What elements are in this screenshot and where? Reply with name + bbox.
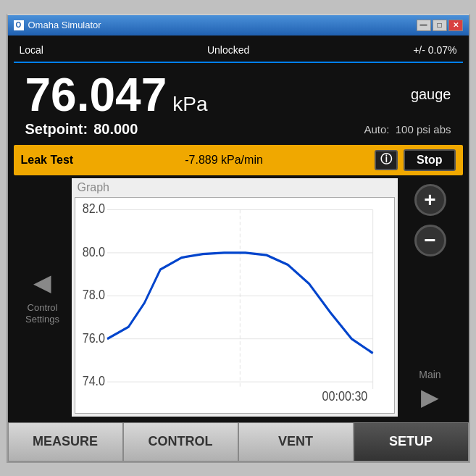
measure-button[interactable]: MEASURE bbox=[8, 422, 123, 462]
svg-text:82.0: 82.0 bbox=[82, 201, 104, 216]
maximize-button[interactable]: □ bbox=[433, 20, 447, 31]
pressure-value: 76.047 bbox=[25, 72, 167, 118]
auto-label: Auto: 100 psi abs bbox=[364, 123, 451, 135]
pressure-unit: kPa bbox=[172, 93, 207, 116]
right-nav-label: Main bbox=[419, 369, 440, 380]
close-button[interactable]: ✕ bbox=[448, 20, 463, 31]
graph-container: 82.0 80.0 78.0 76.0 74.0 00:00:30 bbox=[75, 197, 395, 414]
main-reading-row: 76.047 kPa gauge bbox=[14, 66, 463, 118]
setpoint-label: Setpoint: bbox=[25, 121, 88, 138]
lock-status: Unlocked bbox=[207, 44, 249, 56]
minimize-button[interactable]: — bbox=[417, 20, 431, 31]
right-nav: Main ▶ bbox=[419, 369, 440, 411]
svg-text:80.0: 80.0 bbox=[82, 243, 104, 259]
left-nav: ◀ Control Settings bbox=[14, 178, 72, 417]
stop-button[interactable]: Stop bbox=[404, 149, 456, 171]
leak-test-rate: -7.889 kPa/min bbox=[79, 154, 369, 167]
right-arrow[interactable]: ▶ bbox=[421, 383, 439, 411]
chart-svg: 82.0 80.0 78.0 76.0 74.0 00:00:30 bbox=[75, 198, 394, 413]
graph-area: Graph 82.0 bbox=[72, 178, 398, 417]
svg-text:74.0: 74.0 bbox=[82, 373, 104, 388]
accuracy-display: +/- 0.07% bbox=[413, 44, 456, 56]
svg-text:76.0: 76.0 bbox=[82, 330, 104, 345]
middle-section: ◀ Control Settings Graph bbox=[14, 178, 463, 417]
left-nav-label: Control Settings bbox=[25, 302, 59, 325]
mode-label: Local bbox=[20, 44, 43, 56]
app-icon: O bbox=[14, 20, 24, 30]
leak-test-bar: Leak Test -7.889 kPa/min ⓘ Stop bbox=[14, 145, 463, 175]
svg-text:78.0: 78.0 bbox=[82, 287, 104, 302]
window-controls: — □ ✕ bbox=[417, 20, 463, 31]
right-controls: + − Main ▶ bbox=[398, 178, 463, 417]
svg-text:00:00:30: 00:00:30 bbox=[322, 388, 367, 404]
setup-button[interactable]: SETUP bbox=[354, 422, 469, 462]
left-arrow[interactable]: ◀ bbox=[33, 269, 51, 296]
info-button[interactable]: ⓘ bbox=[375, 150, 398, 170]
status-bar: Local Unlocked +/- 0.07% bbox=[14, 41, 463, 59]
reading-type: gauge bbox=[411, 86, 451, 103]
main-window: O Omaha Simulator — □ ✕ Local Unlocked +… bbox=[7, 14, 470, 463]
setpoint-value: 80.000 bbox=[93, 121, 138, 138]
bottom-nav: MEASURE CONTROL VENT SETUP bbox=[8, 422, 469, 462]
content-area: Local Unlocked +/- 0.07% 76.047 kPa gaug… bbox=[8, 36, 469, 422]
setpoint-row: Setpoint: 80.000 Auto: 100 psi abs bbox=[14, 118, 463, 141]
control-button[interactable]: CONTROL bbox=[123, 422, 238, 462]
zoom-out-button[interactable]: − bbox=[414, 225, 446, 256]
vent-button[interactable]: VENT bbox=[238, 422, 354, 462]
leak-test-label: Leak Test bbox=[21, 154, 74, 167]
zoom-in-button[interactable]: + bbox=[414, 184, 446, 216]
graph-label: Graph bbox=[72, 178, 398, 197]
window-title: Omaha Simulator bbox=[28, 20, 417, 30]
svg-rect-0 bbox=[75, 198, 394, 413]
header-divider bbox=[14, 62, 463, 63]
title-bar: O Omaha Simulator — □ ✕ bbox=[8, 15, 469, 36]
